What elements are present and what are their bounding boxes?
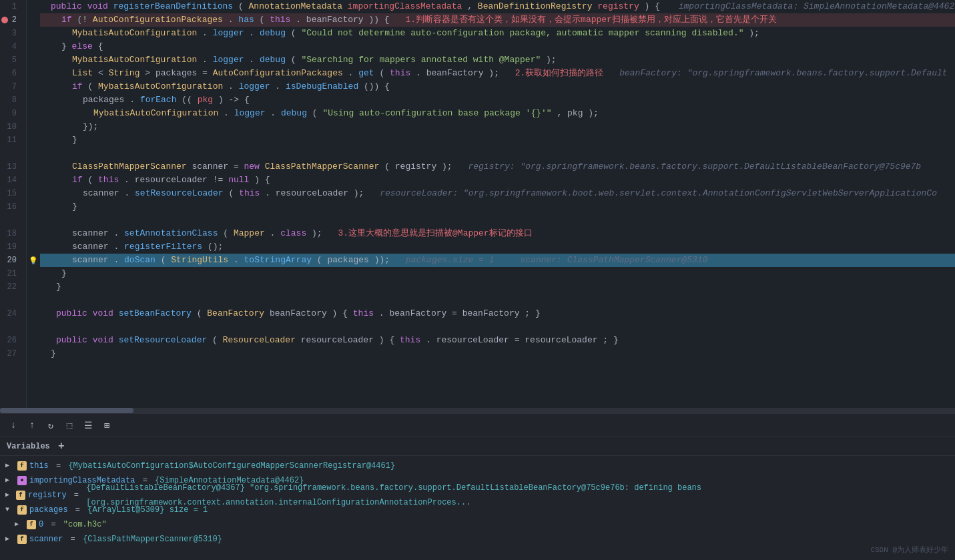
watermark-text: CSDN @为人师表好少年 bbox=[870, 546, 948, 554]
var-type-scanner: f bbox=[17, 535, 27, 544]
icon-slot-23 bbox=[27, 294, 40, 307]
code-line-23 bbox=[40, 294, 955, 307]
code-line-1: public void registerBeanDefinitions ( An… bbox=[40, 0, 955, 13]
debug-panel: Variables + f this = {MybatisAutoConfigu… bbox=[0, 437, 955, 560]
toolbar-btn-grid[interactable]: ⊞ bbox=[100, 418, 113, 432]
gutter-line-19: 19 bbox=[0, 240, 21, 254]
gutter-line-13: 13 bbox=[0, 160, 21, 174]
code-line-20: scanner . doScan ( StringUtils . toStrin… bbox=[40, 254, 955, 267]
code-line-21: } bbox=[40, 267, 955, 280]
code-line-3: MybatisAutoConfiguration . logger . debu… bbox=[40, 27, 955, 40]
icon-slot-8 bbox=[27, 93, 40, 107]
var-type-importing: ● bbox=[17, 476, 27, 485]
code-line-12 bbox=[40, 147, 955, 160]
code-scrollbar-thumb[interactable] bbox=[0, 408, 133, 413]
var-row-this[interactable]: f this = {MybatisAutoConfiguration$AutoC… bbox=[0, 459, 955, 473]
gutter-line-3: 3 bbox=[0, 27, 21, 40]
icon-slot-2 bbox=[27, 13, 40, 27]
debug-toolbar: ↓ ↑ ↻ ⬚ ☰ ⊞ bbox=[0, 413, 955, 437]
code-editor[interactable]: public void registerBeanDefinitions ( An… bbox=[40, 0, 955, 408]
var-type-registry: f bbox=[16, 491, 25, 500]
code-area: 1 2 3 4 5 6 7 8 9 10 11 13 14 15 16 18 1… bbox=[0, 0, 955, 413]
code-line-25 bbox=[40, 320, 955, 334]
toolbar-btn-stop[interactable]: ⬚ bbox=[63, 418, 76, 432]
icon-slot-3 bbox=[27, 27, 40, 40]
code-line-13: ClassPathMapperScanner scanner = new Cla… bbox=[40, 160, 955, 174]
code-line-26: public void setResourceLoader ( Resource… bbox=[40, 334, 955, 347]
expand-icon-scanner[interactable] bbox=[5, 532, 15, 547]
icon-slot-17 bbox=[27, 214, 40, 227]
code-line-18: scanner . setAnnotationClass ( Mapper . … bbox=[40, 227, 955, 240]
gutter-line-26: 26 bbox=[0, 334, 21, 347]
icon-slot-11 bbox=[27, 133, 40, 147]
expand-icon-this[interactable] bbox=[5, 459, 15, 473]
gutter-line-1: 1 bbox=[0, 0, 21, 13]
add-variable-button[interactable]: + bbox=[55, 441, 67, 453]
var-val-scanner: {ClassPathMapperScanner@5310} bbox=[83, 532, 222, 547]
icon-slot-22 bbox=[27, 280, 40, 294]
gutter-line-24: 24 bbox=[0, 307, 21, 320]
gutter-line-12 bbox=[0, 147, 21, 160]
gutter-line-7: 7 bbox=[0, 80, 21, 93]
var-val-packages: {ArrayList@5309} size = 1 bbox=[87, 503, 208, 517]
var-type-packages: f bbox=[17, 505, 27, 515]
var-name-this: this bbox=[29, 459, 49, 473]
code-line-15: scanner . setResourceLoader ( this . res… bbox=[40, 187, 955, 200]
editor-icons-col: 💡 bbox=[27, 0, 40, 408]
gutter-line-14: 14 bbox=[0, 174, 21, 187]
var-row-packages-0[interactable]: f 0 = "com.h3c" bbox=[0, 517, 955, 532]
icon-slot-16 bbox=[27, 200, 40, 214]
icon-slot-26 bbox=[27, 334, 40, 347]
toolbar-btn-refresh[interactable]: ↻ bbox=[44, 418, 57, 432]
toolbar-btn-down[interactable]: ↓ bbox=[7, 418, 20, 432]
var-name-pkg0: 0 bbox=[39, 517, 43, 532]
icon-slot-25 bbox=[27, 320, 40, 334]
icon-slot-5 bbox=[27, 53, 40, 67]
code-line-16: } bbox=[40, 200, 955, 214]
expand-icon-importing[interactable] bbox=[5, 473, 15, 488]
gutter-line-21: 21 bbox=[0, 267, 21, 280]
gutter-line-16: 16 bbox=[0, 200, 21, 214]
gutter-line-22: 22 bbox=[0, 280, 21, 294]
code-line-27: } bbox=[40, 347, 955, 360]
code-line-4: } else { bbox=[40, 40, 955, 53]
var-name-packages: packages bbox=[29, 503, 68, 517]
gutter-line-8: 8 bbox=[0, 93, 21, 107]
var-type-this: f bbox=[17, 461, 27, 471]
code-line-24: public void setBeanFactory ( BeanFactory… bbox=[40, 307, 955, 320]
expand-icon-packages[interactable] bbox=[5, 503, 15, 517]
code-content: 1 2 3 4 5 6 7 8 9 10 11 13 14 15 16 18 1… bbox=[0, 0, 955, 408]
gutter-line-15: 15 bbox=[0, 187, 21, 200]
code-line-10: }); bbox=[40, 120, 955, 133]
icon-slot-13 bbox=[27, 160, 40, 174]
expand-icon-registry[interactable] bbox=[5, 488, 13, 503]
code-line-19: scanner . registerFilters (); bbox=[40, 240, 955, 254]
var-row-scanner[interactable]: f scanner = {ClassPathMapperScanner@5310… bbox=[0, 532, 955, 547]
expand-icon-pkg0[interactable] bbox=[15, 517, 24, 532]
icon-slot-19 bbox=[27, 240, 40, 254]
lightbulb-icon[interactable]: 💡 bbox=[27, 254, 40, 267]
gutter-line-5: 5 bbox=[0, 53, 21, 67]
icon-slot-21 bbox=[27, 267, 40, 280]
var-val-pkg0: "com.h3c" bbox=[63, 517, 107, 532]
code-line-14: if ( this . resourceLoader != null ) { bbox=[40, 174, 955, 187]
gutter-line-23 bbox=[0, 294, 21, 307]
toolbar-btn-up[interactable]: ↑ bbox=[25, 418, 39, 432]
code-line-7: if ( MybatisAutoConfiguration . logger .… bbox=[40, 80, 955, 93]
gutter-line-6: 6 bbox=[0, 67, 21, 80]
gutter-line-25 bbox=[0, 320, 21, 334]
var-val-this: {MybatisAutoConfiguration$AutoConfigured… bbox=[68, 459, 395, 473]
line-numbers: 1 2 3 4 5 6 7 8 9 10 11 13 14 15 16 18 1… bbox=[0, 0, 27, 408]
code-line-22: } bbox=[40, 280, 955, 294]
var-row-registry[interactable]: f registry = {DefaultListableBeanFactory… bbox=[0, 488, 955, 503]
code-scrollbar[interactable] bbox=[0, 408, 955, 413]
icon-slot-10 bbox=[27, 120, 40, 133]
code-line-2: if (! AutoConfigurationPackages . has ( … bbox=[40, 13, 955, 27]
var-name-scanner: scanner bbox=[29, 532, 63, 547]
icon-slot-7 bbox=[27, 80, 40, 93]
var-val-registry: {DefaultListableBeanFactory@4367} "org.s… bbox=[86, 481, 950, 510]
toolbar-btn-menu[interactable]: ☰ bbox=[81, 418, 95, 432]
gutter-line-2[interactable]: 2 bbox=[0, 13, 21, 27]
code-line-6: List < String > packages = AutoConfigura… bbox=[40, 67, 955, 80]
icon-slot-15 bbox=[27, 187, 40, 200]
